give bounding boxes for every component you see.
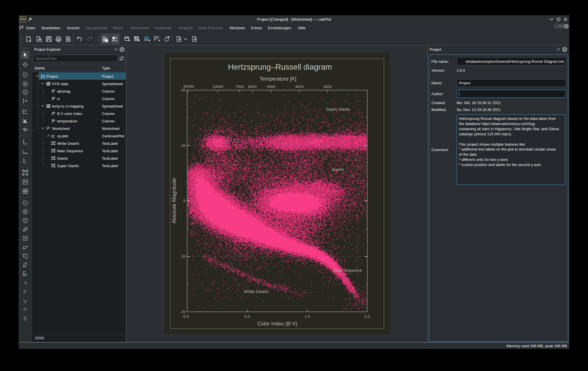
svg-text:10: 10: [181, 254, 186, 259]
svg-text:2.5: 2.5: [365, 315, 370, 319]
svg-text:White Dwarfs: White Dwarfs: [244, 289, 268, 294]
svg-text:20: 20: [181, 310, 186, 314]
svg-text:Hertzsprung–Russell diagram: Hertzsprung–Russell diagram: [228, 63, 332, 71]
svg-text:Temperature [K]: Temperature [K]: [260, 76, 296, 82]
svg-text:4000: 4000: [295, 85, 304, 89]
svg-text:Super Giants: Super Giants: [326, 107, 350, 112]
svg-text:3000: 3000: [323, 85, 332, 89]
svg-text:7000: 7000: [235, 85, 244, 89]
svg-text:Absolute Magnitude: Absolute Magnitude: [171, 178, 177, 223]
svg-text:0: 0: [183, 199, 186, 203]
svg-text:-20: -20: [180, 88, 186, 92]
svg-text:Color Index (B-V): Color Index (B-V): [257, 321, 297, 327]
svg-text:Giants: Giants: [332, 167, 344, 172]
svg-text:1.5: 1.5: [305, 315, 310, 319]
svg-text:5000: 5000: [267, 85, 275, 89]
svg-text:6000: 6000: [248, 85, 257, 89]
svg-text:10000: 10000: [213, 85, 223, 89]
svg-text:-10: -10: [180, 143, 186, 148]
svg-text:Main Sequence: Main Sequence: [333, 268, 362, 273]
svg-text:-0.5: -0.5: [182, 314, 189, 319]
svg-text:0.5: 0.5: [245, 315, 250, 319]
